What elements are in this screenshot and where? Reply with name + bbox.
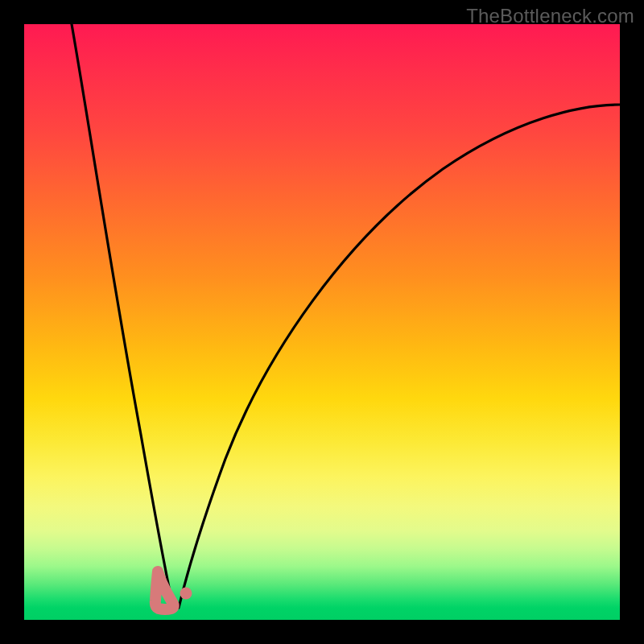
outer-frame: TheBottleneck.com [0, 0, 644, 644]
curve-layer [24, 24, 620, 620]
left-branch-curve [72, 24, 172, 608]
plot-area [24, 24, 620, 620]
marker-cluster [155, 572, 174, 609]
right-branch-curve [179, 105, 620, 608]
marker-dot [180, 588, 192, 600]
